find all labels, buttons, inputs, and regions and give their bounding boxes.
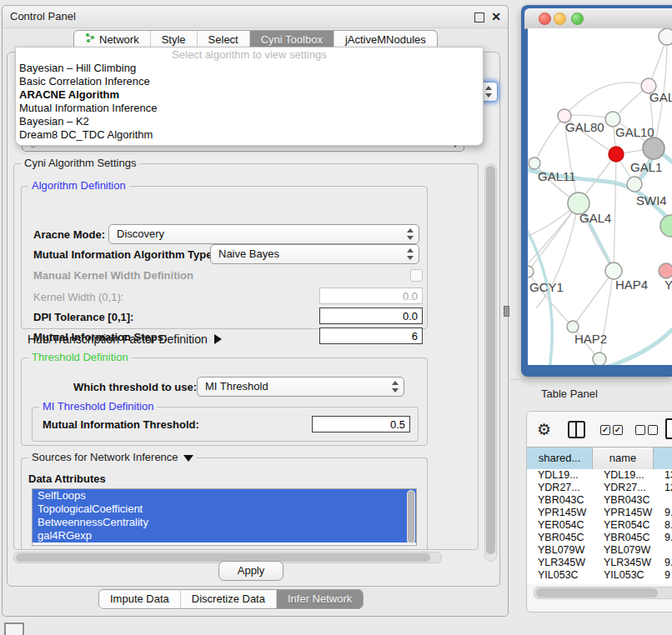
column-header-extra[interactable] [654,448,672,470]
table-row[interactable]: YDR27...YDR27...12 [527,482,672,494]
hub-transcription-section[interactable]: Hub/Transcription Factor Definition [28,332,222,346]
sources-group: Sources for Network Inference Data Attri… [21,458,428,549]
table-header-row: shared...name [527,447,672,471]
minimized-panel-icon[interactable] [4,622,24,635]
table-hscroll-thumb[interactable] [536,588,658,598]
algorithm-menu-item[interactable]: Mutual Information Inference [16,102,483,115]
table-row[interactable]: YIL053CYIL053C9 [527,569,672,582]
export-table-icon[interactable] [665,418,672,439]
network-canvas[interactable]: GALGAL80GAL10GAL1GAL11SWI4GAL4GCY1HAP4YH… [528,28,672,365]
select-all-checkbox-icon[interactable]: ✓ [613,425,623,435]
table-row[interactable]: YLR345WYLR345W9. [527,557,672,569]
table-row[interactable]: YER054CYER054C8. [527,519,672,532]
table-row[interactable]: YBL079WYBL079W [527,544,672,557]
cyni-algorithm-settings-group: Cyni Algorithm Settings Algorithm Defini… [13,163,479,550]
apply-button[interactable]: Apply [218,561,283,581]
data-attribute-item[interactable]: BetweennessCentrality [33,516,416,529]
table-cell: YPR145W [593,507,654,519]
show-columns-icon[interactable] [568,421,585,438]
mi-algorithm-type-value: Naive Bayes [218,248,279,260]
table-cell: YBR045C [593,532,654,544]
which-threshold-combo[interactable]: MI Threshold [197,377,404,397]
node-gray[interactable] [643,138,664,159]
table-horizontal-scrollbar[interactable] [534,587,672,599]
mi-algorithm-type-label: Mutual Information Algorithm Type: [33,248,216,261]
algorithm-menu-items: Bayesian – Hill ClimbingBasic Correlatio… [16,62,483,142]
node-partial-top[interactable] [659,28,672,45]
node-green-right[interactable] [660,215,672,237]
node-hap2-label: HAP2 [574,332,607,346]
algorithm-menu-item[interactable]: Bayesian – K2 [16,115,483,128]
algorithm-menu-item[interactable]: Dream8 DC_TDC Algorithm [16,128,483,142]
bottom-tab-impute-data[interactable]: Impute Data [99,590,180,608]
collapse-down-icon[interactable] [183,455,193,462]
algorithm-dropdown-menu: Select algorithm to view settings Bayesi… [15,47,484,146]
node-salmon[interactable] [659,263,672,278]
table-panel-title: Table Panel [541,388,598,400]
node-gcy1[interactable] [528,266,534,278]
kernel-width-label: Kernel Width (0,1): [33,291,123,303]
algorithm-menu-item[interactable]: Bayesian – Hill Climbing [16,62,483,75]
table-cell: YLR345W [527,557,593,569]
gear-icon[interactable]: ⚙ [537,420,551,439]
table-panel: ⚙ ✓ ✓ shared...name YDL19...YDL19...13YD… [526,411,672,612]
algorithm-menu-item[interactable]: Basic Correlation Inference [16,75,483,88]
table-cell: 12 [654,482,672,494]
mi-threshold-input[interactable] [312,416,410,432]
data-attributes-list[interactable]: SelfLoopsTopologicalCoefficientBetweenne… [32,488,417,546]
aracne-mode-combo[interactable]: Discovery [108,224,419,244]
which-threshold-value: MI Threshold [205,380,268,392]
list-scrollbar-thumb[interactable] [408,491,414,542]
node-partial-bottom[interactable] [593,352,606,365]
table-row[interactable]: YDL19...YDL19...13 [527,469,672,482]
control-panel-titlebar[interactable]: Control Panel ✕ [3,6,508,28]
data-attribute-item[interactable]: gal4RGexp [33,529,416,542]
node-hap4[interactable] [605,262,622,279]
table-row[interactable]: YBR045CYBR045C9. [527,532,672,544]
select-all-checkbox-icon[interactable]: ✓ [600,425,610,435]
list-scrollbar[interactable] [407,490,415,544]
expand-right-icon[interactable] [214,334,222,344]
threshold-definition-group: Threshold Definition Which threshold to … [21,358,428,446]
zoom-window-icon[interactable] [571,12,584,25]
column-header-name[interactable]: name [593,448,654,470]
dpi-tolerance-input[interactable] [319,308,423,324]
node-swi4[interactable] [627,177,642,192]
table-row[interactable]: YPR145WYPR145W9. [527,507,672,519]
table-cell [654,544,672,557]
close-panel-icon[interactable]: ✕ [491,10,501,23]
network-view-window: GALGAL80GAL10GAL1GAL11SWI4GAL4GCY1HAP4YH… [521,5,672,377]
table-cell: 9 [654,569,672,582]
minimize-window-icon[interactable] [554,12,566,25]
mi-algorithm-type-combo[interactable]: Naive Bayes [210,244,419,264]
deselect-all-checkbox-icon[interactable] [648,425,658,435]
float-panel-icon[interactable] [474,12,484,22]
table-cell: YDR27... [593,482,654,494]
network-window-titlebar[interactable] [524,8,672,29]
column-header-shared...[interactable]: shared... [527,448,593,470]
tab-label: Infer Network [288,590,352,608]
node-hap2[interactable] [567,321,579,332]
panel-splitter-handle[interactable] [504,306,509,317]
deselect-all-checkbox-icon[interactable] [635,425,645,435]
algorithm-menu-item[interactable]: ARACNE Algorithm [16,88,483,102]
sources-title[interactable]: Sources for Network Inference [28,451,197,463]
node-gal1[interactable] [609,147,624,162]
table-cell: YBR043C [593,494,654,507]
node-gal11[interactable] [529,158,540,169]
kernel-width-input[interactable] [319,288,423,304]
data-attribute-item[interactable]: TopologicalCoefficient [33,502,416,516]
data-attribute-item[interactable]: SelfLoops [33,489,416,502]
mi-steps-input[interactable] [319,328,423,344]
combo-stepper-icon [484,85,492,98]
close-window-icon[interactable] [539,12,551,25]
vscroll-thumb[interactable] [486,166,495,554]
bottom-tab-infer-network[interactable]: Infer Network [276,590,363,608]
table-cell: YER054C [593,519,654,532]
table-cell: YBL079W [593,544,654,557]
table-cell: YIL053C [527,569,593,582]
bottom-tab-discretize-data[interactable]: Discretize Data [180,590,276,608]
table-row[interactable]: YBR043CYBR043C [527,494,672,507]
manual-kernel-width-checkbox[interactable] [410,269,423,282]
settings-vertical-scrollbar[interactable] [484,163,497,562]
